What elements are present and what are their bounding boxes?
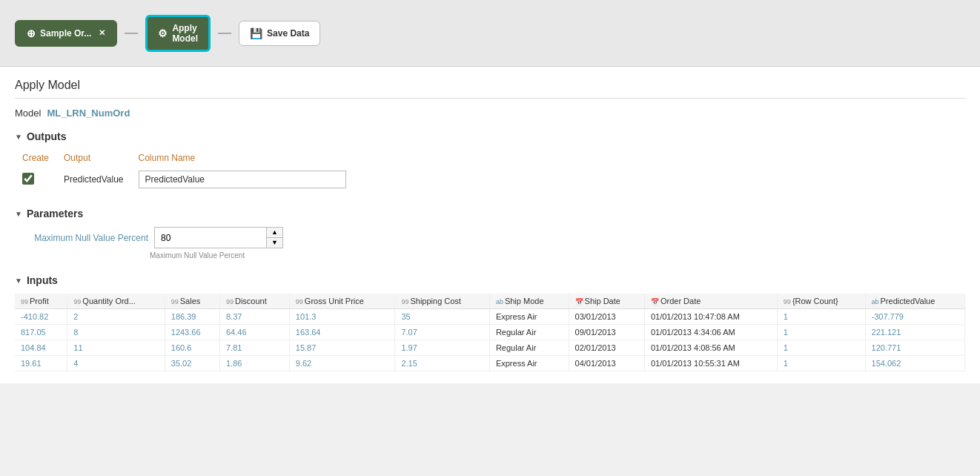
param-label: Maximum Null Value Percent [22,233,148,243]
col-ship-date: 📅Ship Date [569,294,644,309]
outputs-col-colname: Column Name [139,150,361,166]
table-row: 19.61435.021.869.622.15Express Air04/01/… [15,356,965,371]
model-row: Model ML_LRN_NumOrd [15,108,965,119]
table-cell: 35.02 [165,356,219,371]
inputs-header-label: Inputs [27,274,58,286]
table-cell: 64.46 [219,325,289,340]
table-row: PredictedValue [22,166,361,193]
sample-node-close[interactable]: ✕ [99,28,105,38]
table-header-row: 99Profit 99Quantity Ord... 99Sales 99Dis… [15,294,965,309]
outputs-col-output: Output [64,150,139,166]
connector-1 [125,33,138,34]
sample-node[interactable]: ⊕ Sample Or... ✕ [15,20,117,47]
output-name: PredictedValue [64,166,139,193]
save-data-node[interactable]: 💾 Save Data [239,21,320,46]
inputs-section: ▼ Inputs 99Profit 99Quantity Ord... 99Sa… [15,274,965,371]
parameters-header-label: Parameters [27,208,83,219]
outputs-col-create: Create [22,150,64,166]
param-row: Maximum Null Value Percent ▲ ▼ [22,227,965,248]
table-body: -410.822186.398.37101.335Express Air03/0… [15,309,965,371]
table-cell: 1 [777,325,865,340]
table-cell: 02/01/2013 [569,340,644,356]
parameters-header[interactable]: ▼ Parameters [15,208,965,219]
inputs-collapse-arrow: ▼ [15,277,22,285]
parameters-collapse-arrow: ▼ [15,210,22,218]
table-cell: 19.61 [15,356,67,371]
table-cell: 03/01/2013 [569,309,644,325]
table-cell: 01/01/2013 10:55:31 AM [644,356,777,371]
table-row: -410.822186.398.37101.335Express Air03/0… [15,309,965,325]
param-hint: Maximum Null Value Percent [150,251,965,260]
outputs-header-label: Outputs [27,130,67,142]
connector-2 [218,33,231,34]
col-predicted-value: abPredictedValue [865,294,964,309]
output-column-name-cell [139,166,361,193]
table-cell: 1 [777,309,865,325]
table-cell: 4 [67,356,165,371]
table-cell: 1 [777,340,865,356]
outputs-collapse-arrow: ▼ [15,133,22,141]
table-cell: 11 [67,340,165,356]
table-cell: 8.37 [219,309,289,325]
col-profit: 99Profit [15,294,67,309]
column-name-input[interactable] [139,171,346,188]
table-cell: 101.3 [289,309,395,325]
table-cell: 15.87 [289,340,395,356]
outputs-header[interactable]: ▼ Outputs [15,130,965,142]
table-row: 104.8411160.67.8115.871.97Regular Air02/… [15,340,965,356]
col-sales: 99Sales [165,294,219,309]
apply-model-node[interactable]: ⚙ Apply Model [145,15,211,52]
apply-model-node-label: Apply Model [172,23,198,44]
param-spin-buttons: ▲ ▼ [266,228,282,248]
table-cell: 2.15 [395,356,489,371]
col-ship-mode: abShip Mode [489,294,569,309]
save-data-node-label: Save Data [267,28,309,39]
table-cell: 04/01/2013 [569,356,644,371]
table-cell: 09/01/2013 [569,325,644,340]
table-cell: 817.05 [15,325,67,340]
table-cell: 01/01/2013 4:08:56 AM [644,340,777,356]
table-cell: Regular Air [489,340,569,356]
save-data-node-icon: 💾 [250,27,262,39]
table-cell: 8 [67,325,165,340]
inputs-table: 99Profit 99Quantity Ord... 99Sales 99Dis… [15,294,965,371]
workflow-toolbar: ⊕ Sample Or... ✕ ⚙ Apply Model 💾 Save Da… [0,0,980,67]
col-quantity: 99Quantity Ord... [67,294,165,309]
table-cell: -307.779 [865,309,964,325]
table-cell: -410.82 [15,309,67,325]
table-cell: 154.062 [865,356,964,371]
sample-node-icon: ⊕ [27,27,36,39]
table-cell: Regular Air [489,325,569,340]
table-cell: 01/01/2013 4:34:06 AM [644,325,777,340]
page-title: Apply Model [15,79,965,99]
parameters-section: ▼ Parameters Maximum Null Value Percent … [15,208,965,260]
col-shipping-cost: 99Shipping Cost [395,294,489,309]
outputs-section: ▼ Outputs Create Output Column Name Pred… [15,130,965,193]
apply-model-node-icon: ⚙ [158,27,168,39]
output-checkbox[interactable] [22,173,34,185]
table-cell: 1243.66 [165,325,219,340]
table-cell: 35 [395,309,489,325]
inputs-header[interactable]: ▼ Inputs [15,274,965,286]
table-cell: Express Air [489,309,569,325]
table-cell: 160.6 [165,340,219,356]
table-cell: 221.121 [865,325,964,340]
inputs-table-container: 99Profit 99Quantity Ord... 99Sales 99Dis… [15,294,965,371]
col-gross-unit-price: 99Gross Unit Price [289,294,395,309]
table-cell: 7.81 [219,340,289,356]
col-discount: 99Discount [219,294,289,309]
table-cell: 186.39 [165,309,219,325]
param-decrement-button[interactable]: ▼ [267,238,282,248]
table-cell: 7.07 [395,325,489,340]
param-input-group: ▲ ▼ [154,227,283,248]
table-row: 817.0581243.6664.46163.647.07Regular Air… [15,325,965,340]
model-label: Model [15,108,41,119]
table-cell: 163.64 [289,325,395,340]
output-checkbox-cell[interactable] [22,166,64,193]
param-increment-button[interactable]: ▲ [267,228,282,238]
outputs-table: Create Output Column Name PredictedValue [22,150,361,193]
table-cell: 9.62 [289,356,395,371]
sample-node-label: Sample Or... [40,28,91,39]
table-cell: 120.771 [865,340,964,356]
max-null-value-input[interactable] [155,228,266,248]
